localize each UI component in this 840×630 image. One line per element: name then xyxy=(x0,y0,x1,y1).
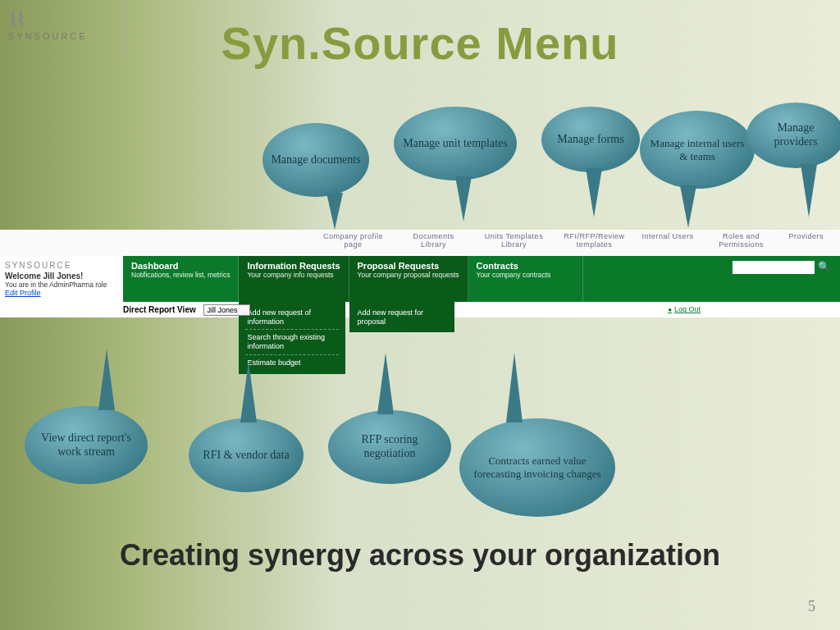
menu-information-requests[interactable]: Information Requests Your company info r… xyxy=(239,256,349,302)
tab-internal-users[interactable]: Internal Users xyxy=(641,233,693,249)
menu-proposal-requests[interactable]: Proposal Requests Your company proposal … xyxy=(349,256,468,302)
tab-roles-permissions[interactable]: Roles and Permissions xyxy=(708,233,774,249)
search-input[interactable] xyxy=(733,261,815,274)
callout-rfi-vendor: RFI & vendor data xyxy=(189,418,304,492)
welcome-text: Welcome Jill Jones! xyxy=(5,272,118,281)
page-number: 5 xyxy=(808,598,815,615)
callout-rfp-scoring: RFP scoring negotiation xyxy=(328,410,451,484)
logo-icon: ⌇⌇ xyxy=(8,8,123,31)
menu-contracts[interactable]: Contracts Your company contracts xyxy=(468,256,583,302)
logo-text: SYNSOURCE xyxy=(8,31,123,41)
tab-company-profile[interactable]: Company profile page xyxy=(320,233,386,249)
callout-manage-unit-templates: Manage unit templates xyxy=(394,107,517,180)
info-add-request[interactable]: Add new request of information xyxy=(245,305,339,331)
divider xyxy=(123,0,124,57)
callout-manage-providers: Manage providers xyxy=(746,103,840,168)
callout-view-direct-report: View direct report's work stream xyxy=(25,406,148,484)
direct-report-label: Direct Report View xyxy=(123,305,196,314)
callout-manage-internal-users: Manage internal users & teams xyxy=(640,111,755,189)
tagline: Creating synergy across your organizatio… xyxy=(0,538,840,573)
search-area: 🔍 xyxy=(723,256,840,302)
search-icon[interactable]: 🔍 xyxy=(818,261,830,272)
slide-title: Syn.Source Menu xyxy=(221,16,619,70)
info-search[interactable]: Search through existing information xyxy=(245,330,339,355)
brand-logo: ⌇⌇ SYNSOURCE xyxy=(8,8,123,57)
user-panel: SYNSOURCE Welcome Jill Jones! You are in… xyxy=(0,256,123,302)
small-logo: SYNSOURCE xyxy=(5,261,118,270)
callout-contracts: Contracts earned value forecasting invoi… xyxy=(459,418,615,517)
direct-report-select[interactable]: Jill Jones xyxy=(203,304,250,316)
role-text: You are in the AdminPharma role xyxy=(5,281,118,289)
callout-manage-forms: Manage forms xyxy=(541,107,640,172)
callout-manage-documents: Manage documents xyxy=(262,123,369,197)
info-estimate-budget[interactable]: Estimate budget xyxy=(245,355,339,371)
tab-rfi-rfp-templates[interactable]: RFI/RFP/Review templates xyxy=(561,233,627,249)
admin-tabs: Company profile page Documents Library U… xyxy=(0,230,840,256)
tab-documents-library[interactable]: Documents Library xyxy=(400,233,466,249)
proposal-dropdown: Add new request for proposal xyxy=(349,302,454,333)
edit-profile-link[interactable]: Edit Profile xyxy=(5,289,118,297)
menu-dashboard[interactable]: Dashboard Notifications, review list, me… xyxy=(123,256,239,302)
tab-providers[interactable]: Providers xyxy=(788,233,824,249)
app-screenshot: Company profile page Documents Library U… xyxy=(0,230,840,317)
logout-link[interactable]: Log Out xyxy=(668,305,717,313)
tab-units-templates[interactable]: Units Templates Library xyxy=(481,233,546,249)
main-menu: Dashboard Notifications, review list, me… xyxy=(123,256,840,302)
proposal-add-request[interactable]: Add new request for proposal xyxy=(356,305,448,330)
